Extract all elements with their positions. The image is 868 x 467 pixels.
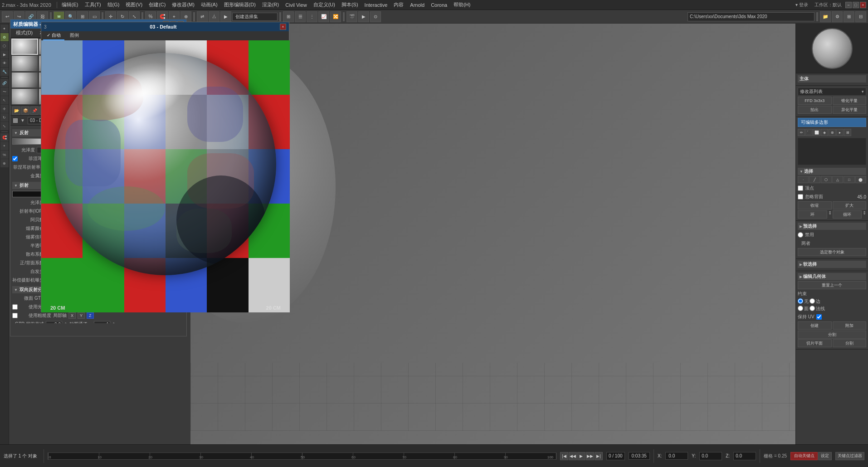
angle-snap[interactable]: ⌖ [0, 142, 9, 150]
edge-btn[interactable]: ╱ [809, 176, 820, 183]
slice-plane-btn[interactable]: 切片平面 [798, 339, 832, 347]
render-btn[interactable]: ▶ [358, 11, 369, 22]
taper-btn[interactable]: 锥化平量 [833, 97, 867, 105]
mat-menu-mode[interactable]: 模式(D) [12, 29, 36, 37]
time-display[interactable]: 0:03:35 [629, 452, 650, 460]
named-sel-input[interactable]: 创建选择集 [232, 13, 278, 21]
move-tool[interactable]: ✛ [0, 105, 9, 113]
menu-tools[interactable]: 工具(T) [82, 0, 104, 9]
fresnel-check[interactable] [12, 156, 18, 161]
assign-btn[interactable]: 📌 [30, 107, 39, 115]
user-login[interactable]: ▾ 登录 [793, 1, 811, 9]
menu-interactive[interactable]: Interactive [362, 1, 390, 9]
vertex-btn[interactable]: · [798, 176, 809, 183]
rp-main-header[interactable]: 主体 [798, 75, 866, 83]
use-roughness-check[interactable] [12, 313, 18, 318]
layer-btn[interactable]: ⊞ [283, 11, 294, 22]
mod-tool-1[interactable]: ✏ [798, 129, 805, 136]
menu-arnold[interactable]: Arnold [407, 1, 427, 9]
frame-counter[interactable]: 0 / 100 [606, 452, 625, 460]
menu-help[interactable]: 帮助(H) [451, 0, 473, 9]
gtr-tail-spin[interactable]: ⇕ [64, 322, 68, 323]
axis-x-btn[interactable]: X [68, 312, 76, 319]
win-close[interactable]: × [860, 2, 866, 8]
win-minimize[interactable]: − [845, 2, 852, 8]
constraint-edge-radio[interactable] [809, 298, 815, 304]
mod-tool-2[interactable]: ⬛ [805, 129, 813, 136]
menu-script[interactable]: 脚本(S) [339, 0, 361, 9]
modifier-list-dropdown[interactable]: 修改器列表 ▾ [798, 88, 866, 96]
key-filters-btn[interactable]: 关键点过滤器 [835, 452, 864, 460]
percent-snap[interactable]: % [0, 151, 9, 159]
mod-tool-6[interactable]: ▸ [836, 129, 844, 136]
active-shade-btn[interactable]: ⊙ [370, 11, 381, 22]
constraint-face-radio[interactable] [798, 306, 803, 311]
menu-modifier[interactable]: 修改器(M) [169, 0, 197, 9]
auto-key-btn[interactable]: 自动关键点 [790, 452, 818, 460]
rp-editgeo-header[interactable]: ▶ 编辑几何体 [798, 273, 866, 280]
gtr-tail-input[interactable] [46, 321, 62, 323]
modify-tool[interactable]: ⚙ [0, 33, 9, 41]
spinner-snap[interactable]: ⊕ [0, 159, 9, 167]
coord-y[interactable]: 0.0 [699, 452, 722, 460]
put-to-scene-btn[interactable]: 📦 [21, 107, 29, 115]
schematic-btn[interactable]: 🔀 [330, 11, 341, 22]
workspace[interactable]: 工作区：默认 [812, 1, 844, 9]
scale-tool[interactable]: ⤡ [0, 122, 9, 130]
expand-btn[interactable]: 扩大 [833, 201, 867, 209]
ffp-3x3x3-btn[interactable]: FFD 3x3x3 [798, 97, 832, 105]
use-gloss-check[interactable] [12, 304, 18, 310]
preselect-enabled-radio[interactable] [798, 232, 803, 238]
slice-btn[interactable]: 分割 [833, 339, 867, 347]
by-vertex-check[interactable] [798, 185, 803, 191]
reflect-color[interactable] [12, 138, 44, 145]
create-btn[interactable]: 创建 [798, 321, 832, 330]
obj-link-tool[interactable]: 🔗 [0, 79, 9, 87]
viewport[interactable]: [透视] [标准] [默认明暗处理] [190, 24, 868, 444]
reset-last-btn[interactable]: 重置上一个 [798, 281, 866, 289]
mat-color-swatch-small[interactable] [13, 118, 18, 123]
mod-tool-4[interactable]: ◈ [821, 129, 828, 136]
constraint-none-radio[interactable] [798, 298, 803, 304]
curve-editor-btn[interactable]: 📈 [318, 11, 329, 22]
mat-preview-close[interactable]: × [280, 24, 286, 30]
menu-group[interactable]: 组(G) [105, 0, 122, 9]
editable-poly-item[interactable]: 可编辑多边形 [798, 118, 866, 127]
create-tool[interactable]: ✦ [0, 24, 9, 33]
attach-list-btn[interactable]: 分割 [798, 331, 866, 339]
mat-sphere-19[interactable] [11, 88, 38, 105]
display-tool[interactable]: 👁 [0, 59, 9, 67]
ribbon-btn[interactable]: ⋮ [307, 11, 317, 22]
preserve-uv-check[interactable] [816, 314, 822, 320]
loop-btn[interactable]: 循环 [833, 210, 862, 219]
polygon-btn[interactable]: □ [844, 176, 854, 183]
mat-sphere-1[interactable] [11, 39, 38, 55]
viewport-layout-btn[interactable]: ⊟ [855, 11, 866, 22]
next-frame-btn[interactable]: ▶| [595, 452, 603, 460]
whole-obj-btn[interactable]: 选定整个对象 [798, 248, 866, 256]
ring-btn[interactable]: 环 [798, 210, 827, 219]
settings-btn[interactable]: ⚙ [832, 11, 843, 22]
play-btn[interactable]: ▶ [577, 452, 585, 460]
rp-select-header[interactable]: ▼ 选择 [798, 168, 866, 175]
hierarchy-tool[interactable]: ⬡ [0, 42, 9, 50]
prev-frame-btn[interactable]: |◀ [560, 452, 568, 460]
mat-sphere-7[interactable] [11, 55, 38, 72]
mat-sphere-13[interactable] [11, 72, 38, 88]
mirror-btn[interactable]: ⇌ [197, 11, 208, 22]
flatten-btn[interactable]: 异化平量 [833, 106, 867, 114]
prev-key-btn[interactable]: ◀◀ [569, 452, 577, 460]
next-key-btn[interactable]: ▶▶ [586, 452, 594, 460]
render-setup-btn[interactable]: 🎬 [346, 11, 357, 22]
rp-preselect-header[interactable]: ▶ 预选择 [798, 223, 866, 230]
element-btn[interactable]: ⬤ [855, 176, 866, 183]
menu-create[interactable]: 创建(C) [146, 0, 168, 9]
snaps-toggle[interactable]: 🧲 [0, 133, 9, 141]
menu-render[interactable]: 渲染(R) [259, 0, 282, 9]
set-key-btn[interactable]: 设定 [818, 452, 832, 460]
mat-preview-tab-auto[interactable]: ✓ 自动 [43, 31, 64, 40]
menu-corona[interactable]: Corona [428, 1, 450, 9]
align-btn[interactable]: ⧊ [209, 11, 219, 22]
mod-tool-5[interactable]: ⊗ [829, 129, 836, 136]
mod-tool-3[interactable]: ⬜ [813, 129, 820, 136]
